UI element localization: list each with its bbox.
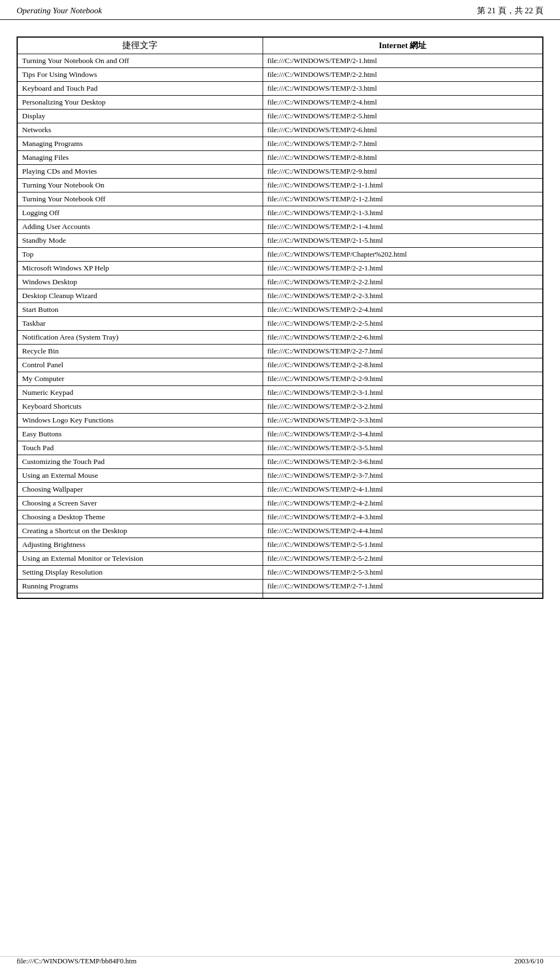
url-cell[interactable]: file:///C:/WINDOWS/TEMP/2-2-7.html (263, 345, 543, 358)
url-cell[interactable]: file:///C:/WINDOWS/TEMP/2-2-5.html (263, 317, 543, 331)
col-url-header: Internet 網址 (263, 37, 543, 54)
url-cell[interactable]: file:///C:/WINDOWS/TEMP/Chapter%202.html (263, 248, 543, 262)
page-footer: file:///C:/WINDOWS/TEMP/bb84F0.htm 2003/… (0, 956, 560, 966)
url-cell[interactable]: file:///C:/WINDOWS/TEMP/2-4-4.html (263, 524, 543, 538)
table-row: Adding User Accountsfile:///C:/WINDOWS/T… (17, 220, 543, 234)
url-cell[interactable]: file:///C:/WINDOWS/TEMP/2-6.html (263, 123, 543, 137)
shortcut-cell[interactable]: Networks (17, 123, 263, 137)
url-cell[interactable]: file:///C:/WINDOWS/TEMP/2-3-6.html (263, 455, 543, 469)
table-row: Windows Desktopfile:///C:/WINDOWS/TEMP/2… (17, 275, 543, 289)
shortcut-cell[interactable]: Numeric Keypad (17, 386, 263, 400)
url-cell[interactable]: file:///C:/WINDOWS/TEMP/2-1-1.html (263, 179, 543, 192)
table-row: Easy Buttonsfile:///C:/WINDOWS/TEMP/2-3-… (17, 427, 543, 441)
shortcut-cell[interactable]: Windows Desktop (17, 275, 263, 289)
table-row: Tips For Using Windowsfile:///C:/WINDOWS… (17, 68, 543, 82)
url-cell[interactable]: file:///C:/WINDOWS/TEMP/2-1-5.html (263, 234, 543, 248)
shortcut-cell[interactable]: Display (17, 109, 263, 123)
shortcut-cell[interactable]: Adding User Accounts (17, 220, 263, 234)
shortcut-cell[interactable]: Keyboard Shortcuts (17, 400, 263, 414)
shortcut-cell[interactable]: Running Programs (17, 580, 263, 593)
url-cell[interactable]: file:///C:/WINDOWS/TEMP/2-3-4.html (263, 427, 543, 441)
shortcut-cell[interactable]: Creating a Shortcut on the Desktop (17, 524, 263, 538)
url-cell[interactable]: file:///C:/WINDOWS/TEMP/2-2-9.html (263, 372, 543, 386)
shortcut-cell[interactable]: Choosing Wallpaper (17, 483, 263, 497)
url-cell[interactable]: file:///C:/WINDOWS/TEMP/2-3-5.html (263, 441, 543, 455)
shortcut-cell[interactable]: My Computer (17, 372, 263, 386)
shortcut-cell[interactable]: Using an External Mouse (17, 469, 263, 483)
shortcut-cell[interactable]: Customizing the Touch Pad (17, 455, 263, 469)
url-cell[interactable]: file:///C:/WINDOWS/TEMP/2-4-1.html (263, 483, 543, 497)
url-cell[interactable]: file:///C:/WINDOWS/TEMP/2-3-7.html (263, 469, 543, 483)
shortcut-cell[interactable]: Turning Your Notebook On (17, 179, 263, 192)
url-cell[interactable]: file:///C:/WINDOWS/TEMP/2-5-1.html (263, 538, 543, 552)
url-cell[interactable]: file:///C:/WINDOWS/TEMP/2-4-2.html (263, 497, 543, 510)
shortcut-cell[interactable]: Choosing a Desktop Theme (17, 510, 263, 524)
shortcut-cell[interactable]: Choosing a Screen Saver (17, 497, 263, 510)
url-cell[interactable]: file:///C:/WINDOWS/TEMP/2-5.html (263, 109, 543, 123)
table-row: Using an External Mousefile:///C:/WINDOW… (17, 469, 543, 483)
url-cell[interactable]: file:///C:/WINDOWS/TEMP/2-2-8.html (263, 358, 543, 372)
table-row: Standby Modefile:///C:/WINDOWS/TEMP/2-1-… (17, 234, 543, 248)
url-cell[interactable]: file:///C:/WINDOWS/TEMP/2-5-2.html (263, 552, 543, 566)
url-cell[interactable]: file:///C:/WINDOWS/TEMP/2-1.html (263, 54, 543, 68)
shortcut-cell[interactable]: Adjusting Brightness (17, 538, 263, 552)
table-row: Personalizing Your Desktopfile:///C:/WIN… (17, 96, 543, 109)
shortcut-cell[interactable]: Standby Mode (17, 234, 263, 248)
url-cell[interactable]: file:///C:/WINDOWS/TEMP/2-2.html (263, 68, 543, 82)
url-cell[interactable]: file:///C:/WINDOWS/TEMP/2-4-3.html (263, 510, 543, 524)
url-cell[interactable]: file:///C:/WINDOWS/TEMP/2-2-1.html (263, 262, 543, 275)
url-cell[interactable]: file:///C:/WINDOWS/TEMP/2-3-3.html (263, 414, 543, 427)
table-row: Numeric Keypadfile:///C:/WINDOWS/TEMP/2-… (17, 386, 543, 400)
shortcut-cell[interactable]: Playing CDs and Movies (17, 165, 263, 179)
shortcut-cell[interactable]: Desktop Cleanup Wizard (17, 289, 263, 303)
url-cell[interactable]: file:///C:/WINDOWS/TEMP/2-3.html (263, 82, 543, 96)
url-cell[interactable]: file:///C:/WINDOWS/TEMP/2-1-2.html (263, 192, 543, 206)
main-content: 捷徑文字 Internet 網址 Turning Your Notebook O… (0, 20, 560, 610)
shortcut-cell[interactable]: Keyboard and Touch Pad (17, 82, 263, 96)
url-cell[interactable]: file:///C:/WINDOWS/TEMP/2-7-1.html (263, 580, 543, 593)
url-cell[interactable]: file:///C:/WINDOWS/TEMP/2-8.html (263, 151, 543, 165)
table-row: Adjusting Brightnessfile:///C:/WINDOWS/T… (17, 538, 543, 552)
shortcut-cell[interactable]: Recycle Bin (17, 345, 263, 358)
shortcut-cell[interactable]: Notification Area (System Tray) (17, 331, 263, 345)
shortcut-cell[interactable]: Top (17, 248, 263, 262)
shortcut-cell[interactable]: Logging Off (17, 206, 263, 220)
shortcut-cell[interactable]: Managing Programs (17, 137, 263, 151)
shortcut-cell[interactable]: Control Panel (17, 358, 263, 372)
shortcut-cell[interactable]: Personalizing Your Desktop (17, 96, 263, 109)
shortcut-cell[interactable]: Turning Your Notebook On and Off (17, 54, 263, 68)
url-cell[interactable]: file:///C:/WINDOWS/TEMP/2-1-4.html (263, 220, 543, 234)
url-cell[interactable]: file:///C:/WINDOWS/TEMP/2-3-2.html (263, 400, 543, 414)
footer-left: file:///C:/WINDOWS/TEMP/bb84F0.htm (17, 957, 137, 966)
shortcut-cell[interactable]: Using an External Monitor or Television (17, 552, 263, 566)
table-row: Notification Area (System Tray)file:///C… (17, 331, 543, 345)
url-cell[interactable]: file:///C:/WINDOWS/TEMP/2-2-3.html (263, 289, 543, 303)
table-row (17, 593, 543, 599)
url-cell[interactable]: file:///C:/WINDOWS/TEMP/2-4.html (263, 96, 543, 109)
table-row: Start Buttonfile:///C:/WINDOWS/TEMP/2-2-… (17, 303, 543, 317)
shortcut-cell[interactable]: Managing Files (17, 151, 263, 165)
shortcut-cell[interactable]: Setting Display Resolution (17, 566, 263, 580)
url-cell[interactable]: file:///C:/WINDOWS/TEMP/2-5-3.html (263, 566, 543, 580)
shortcut-cell[interactable]: Easy Buttons (17, 427, 263, 441)
url-cell[interactable]: file:///C:/WINDOWS/TEMP/2-3-1.html (263, 386, 543, 400)
table-row: Control Panelfile:///C:/WINDOWS/TEMP/2-2… (17, 358, 543, 372)
shortcut-cell[interactable]: Windows Logo Key Functions (17, 414, 263, 427)
shortcut-cell[interactable]: Tips For Using Windows (17, 68, 263, 82)
table-row: Using an External Monitor or Televisionf… (17, 552, 543, 566)
url-cell[interactable]: file:///C:/WINDOWS/TEMP/2-2-4.html (263, 303, 543, 317)
table-row: Running Programsfile:///C:/WINDOWS/TEMP/… (17, 580, 543, 593)
table-row: Managing Programsfile:///C:/WINDOWS/TEMP… (17, 137, 543, 151)
url-cell[interactable]: file:///C:/WINDOWS/TEMP/2-9.html (263, 165, 543, 179)
table-row: Customizing the Touch Padfile:///C:/WIND… (17, 455, 543, 469)
url-cell[interactable]: file:///C:/WINDOWS/TEMP/2-2-2.html (263, 275, 543, 289)
table-row: Desktop Cleanup Wizardfile:///C:/WINDOWS… (17, 289, 543, 303)
shortcut-cell[interactable]: Touch Pad (17, 441, 263, 455)
url-cell[interactable]: file:///C:/WINDOWS/TEMP/2-1-3.html (263, 206, 543, 220)
url-cell[interactable]: file:///C:/WINDOWS/TEMP/2-7.html (263, 137, 543, 151)
shortcut-cell[interactable]: Taskbar (17, 317, 263, 331)
url-cell[interactable]: file:///C:/WINDOWS/TEMP/2-2-6.html (263, 331, 543, 345)
shortcut-cell[interactable]: Start Button (17, 303, 263, 317)
shortcut-cell[interactable]: Microsoft Windows XP Help (17, 262, 263, 275)
shortcut-cell[interactable]: Turning Your Notebook Off (17, 192, 263, 206)
